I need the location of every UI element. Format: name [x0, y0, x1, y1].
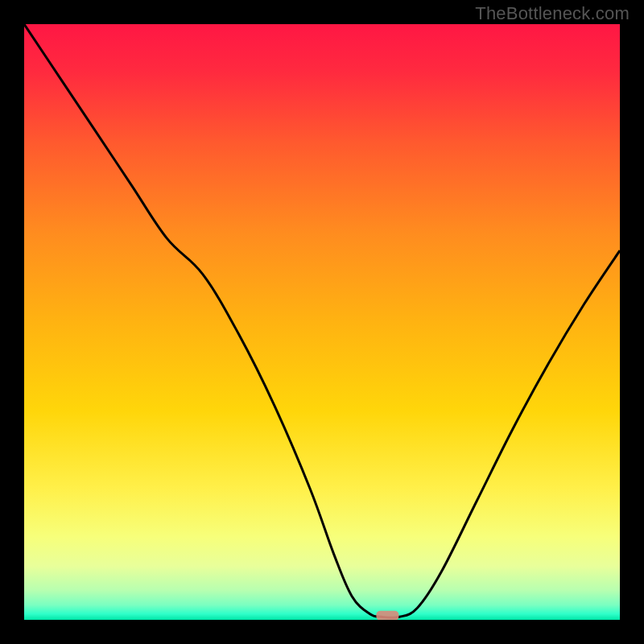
optimal-marker — [376, 611, 398, 620]
chart-frame: TheBottleneck.com — [0, 0, 644, 644]
bottleneck-chart — [24, 24, 620, 620]
gradient-background — [24, 24, 620, 620]
watermark-text: TheBottleneck.com — [475, 3, 630, 24]
plot-area — [24, 24, 620, 620]
